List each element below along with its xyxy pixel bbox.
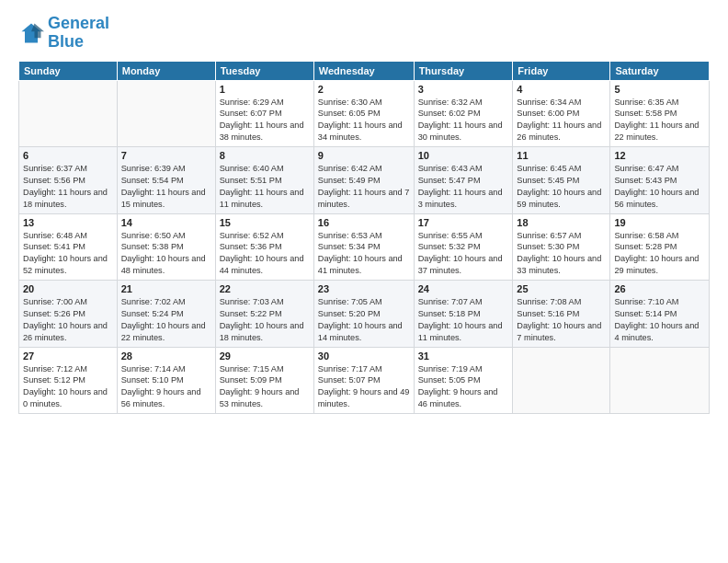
day-info: Sunrise: 7:08 AM Sunset: 5:16 PM Dayligh…: [517, 296, 606, 344]
day-info: Sunrise: 6:53 AM Sunset: 5:34 PM Dayligh…: [318, 230, 410, 278]
calendar-cell: 4Sunrise: 6:34 AM Sunset: 6:00 PM Daylig…: [513, 80, 610, 147]
calendar-week-row: 20Sunrise: 7:00 AM Sunset: 5:26 PM Dayli…: [19, 281, 710, 348]
day-info: Sunrise: 6:34 AM Sunset: 6:00 PM Dayligh…: [517, 97, 606, 144]
day-info: Sunrise: 6:55 AM Sunset: 5:32 PM Dayligh…: [418, 230, 509, 278]
calendar-week-row: 6Sunrise: 6:37 AM Sunset: 5:56 PM Daylig…: [19, 147, 710, 214]
day-info: Sunrise: 7:07 AM Sunset: 5:18 PM Dayligh…: [418, 296, 509, 344]
calendar-table: SundayMondayTuesdayWednesdayThursdayFrid…: [18, 61, 710, 415]
calendar-cell: 17Sunrise: 6:55 AM Sunset: 5:32 PM Dayli…: [414, 213, 513, 281]
calendar-cell: 3Sunrise: 6:32 AM Sunset: 6:02 PM Daylig…: [414, 80, 513, 147]
calendar-cell: 2Sunrise: 6:30 AM Sunset: 6:05 PM Daylig…: [313, 80, 414, 147]
weekday-header-sunday: Sunday: [19, 61, 118, 80]
calendar-cell: [610, 347, 710, 414]
day-info: Sunrise: 7:02 AM Sunset: 5:24 PM Dayligh…: [121, 296, 211, 344]
day-info: Sunrise: 6:50 AM Sunset: 5:38 PM Dayligh…: [121, 230, 211, 278]
day-number: 25: [517, 283, 606, 294]
calendar-cell: [117, 80, 215, 147]
day-number: 26: [614, 283, 705, 294]
calendar-cell: 25Sunrise: 7:08 AM Sunset: 5:16 PM Dayli…: [513, 281, 610, 348]
day-number: 15: [220, 217, 310, 228]
day-number: 31: [418, 350, 509, 362]
day-info: Sunrise: 6:47 AM Sunset: 5:43 PM Dayligh…: [614, 163, 705, 211]
calendar-cell: 8Sunrise: 6:40 AM Sunset: 5:51 PM Daylig…: [215, 147, 313, 214]
day-info: Sunrise: 7:12 AM Sunset: 5:12 PM Dayligh…: [23, 363, 113, 411]
day-info: Sunrise: 6:29 AM Sunset: 6:07 PM Dayligh…: [220, 97, 310, 144]
day-info: Sunrise: 6:32 AM Sunset: 6:02 PM Dayligh…: [418, 97, 509, 144]
calendar-cell: 12Sunrise: 6:47 AM Sunset: 5:43 PM Dayli…: [610, 147, 710, 214]
weekday-header-saturday: Saturday: [610, 61, 710, 80]
calendar-cell: 11Sunrise: 6:45 AM Sunset: 5:45 PM Dayli…: [513, 147, 610, 214]
calendar-cell: 7Sunrise: 6:39 AM Sunset: 5:54 PM Daylig…: [117, 147, 215, 214]
day-number: 24: [418, 283, 509, 294]
calendar-cell: 15Sunrise: 6:52 AM Sunset: 5:36 PM Dayli…: [215, 213, 313, 281]
weekday-header-tuesday: Tuesday: [215, 61, 313, 80]
calendar-cell: 13Sunrise: 6:48 AM Sunset: 5:41 PM Dayli…: [19, 213, 118, 281]
weekday-header-friday: Friday: [513, 61, 610, 80]
day-info: Sunrise: 7:00 AM Sunset: 5:26 PM Dayligh…: [23, 296, 113, 344]
day-number: 9: [318, 150, 410, 161]
day-number: 27: [23, 350, 113, 362]
day-info: Sunrise: 6:37 AM Sunset: 5:56 PM Dayligh…: [23, 163, 113, 211]
day-info: Sunrise: 7:03 AM Sunset: 5:22 PM Dayligh…: [220, 296, 310, 344]
logo-text: General Blue: [48, 15, 109, 52]
day-info: Sunrise: 7:14 AM Sunset: 5:10 PM Dayligh…: [121, 363, 211, 411]
calendar-cell: 29Sunrise: 7:15 AM Sunset: 5:09 PM Dayli…: [215, 347, 313, 414]
calendar-cell: 20Sunrise: 7:00 AM Sunset: 5:26 PM Dayli…: [19, 281, 118, 348]
calendar-cell: 26Sunrise: 7:10 AM Sunset: 5:14 PM Dayli…: [610, 281, 710, 348]
day-number: 13: [23, 217, 113, 228]
day-number: 4: [517, 84, 606, 95]
calendar-cell: 18Sunrise: 6:57 AM Sunset: 5:30 PM Dayli…: [513, 213, 610, 281]
calendar-cell: 28Sunrise: 7:14 AM Sunset: 5:10 PM Dayli…: [117, 347, 215, 414]
logo: General Blue: [18, 15, 109, 52]
day-number: 18: [517, 217, 606, 228]
day-info: Sunrise: 7:17 AM Sunset: 5:07 PM Dayligh…: [318, 363, 410, 411]
day-number: 19: [614, 217, 705, 228]
day-info: Sunrise: 7:15 AM Sunset: 5:09 PM Dayligh…: [220, 363, 310, 411]
day-info: Sunrise: 6:52 AM Sunset: 5:36 PM Dayligh…: [220, 230, 310, 278]
header: General Blue: [18, 15, 710, 52]
day-info: Sunrise: 6:30 AM Sunset: 6:05 PM Dayligh…: [318, 97, 410, 144]
day-info: Sunrise: 7:10 AM Sunset: 5:14 PM Dayligh…: [614, 296, 705, 344]
calendar-cell: 31Sunrise: 7:19 AM Sunset: 5:05 PM Dayli…: [414, 347, 513, 414]
calendar-cell: 6Sunrise: 6:37 AM Sunset: 5:56 PM Daylig…: [19, 147, 118, 214]
calendar-cell: 24Sunrise: 7:07 AM Sunset: 5:18 PM Dayli…: [414, 281, 513, 348]
calendar-cell: 19Sunrise: 6:58 AM Sunset: 5:28 PM Dayli…: [610, 213, 710, 281]
day-info: Sunrise: 6:40 AM Sunset: 5:51 PM Dayligh…: [220, 163, 310, 211]
day-number: 2: [318, 84, 410, 95]
day-info: Sunrise: 6:48 AM Sunset: 5:41 PM Dayligh…: [23, 230, 113, 278]
day-number: 5: [614, 84, 705, 95]
calendar-cell: 21Sunrise: 7:02 AM Sunset: 5:24 PM Dayli…: [117, 281, 215, 348]
page: General Blue SundayMondayTuesdayWednesda…: [0, 0, 728, 563]
day-number: 23: [318, 283, 410, 294]
day-number: 3: [418, 84, 509, 95]
day-info: Sunrise: 7:19 AM Sunset: 5:05 PM Dayligh…: [418, 363, 509, 411]
day-number: 28: [121, 350, 211, 362]
calendar-week-row: 27Sunrise: 7:12 AM Sunset: 5:12 PM Dayli…: [19, 347, 710, 414]
day-info: Sunrise: 6:42 AM Sunset: 5:49 PM Dayligh…: [318, 163, 410, 211]
weekday-header-thursday: Thursday: [414, 61, 513, 80]
calendar-cell: [19, 80, 118, 147]
day-number: 1: [220, 84, 310, 95]
day-number: 12: [614, 150, 705, 161]
day-number: 11: [517, 150, 606, 161]
day-info: Sunrise: 6:58 AM Sunset: 5:28 PM Dayligh…: [614, 230, 705, 278]
calendar-header-row: SundayMondayTuesdayWednesdayThursdayFrid…: [19, 61, 710, 80]
calendar-cell: 9Sunrise: 6:42 AM Sunset: 5:49 PM Daylig…: [313, 147, 414, 214]
day-number: 16: [318, 217, 410, 228]
day-number: 20: [23, 283, 113, 294]
day-number: 14: [121, 217, 211, 228]
day-number: 21: [121, 283, 211, 294]
calendar-cell: 23Sunrise: 7:05 AM Sunset: 5:20 PM Dayli…: [313, 281, 414, 348]
calendar-cell: 16Sunrise: 6:53 AM Sunset: 5:34 PM Dayli…: [313, 213, 414, 281]
calendar-cell: 10Sunrise: 6:43 AM Sunset: 5:47 PM Dayli…: [414, 147, 513, 214]
weekday-header-wednesday: Wednesday: [313, 61, 414, 80]
day-info: Sunrise: 6:57 AM Sunset: 5:30 PM Dayligh…: [517, 230, 606, 278]
day-number: 6: [23, 150, 113, 161]
calendar-cell: 14Sunrise: 6:50 AM Sunset: 5:38 PM Dayli…: [117, 213, 215, 281]
day-info: Sunrise: 7:05 AM Sunset: 5:20 PM Dayligh…: [318, 296, 410, 344]
day-info: Sunrise: 6:45 AM Sunset: 5:45 PM Dayligh…: [517, 163, 606, 211]
day-number: 30: [318, 350, 410, 362]
day-number: 22: [220, 283, 310, 294]
day-number: 17: [418, 217, 509, 228]
day-info: Sunrise: 6:35 AM Sunset: 5:58 PM Dayligh…: [614, 97, 705, 144]
